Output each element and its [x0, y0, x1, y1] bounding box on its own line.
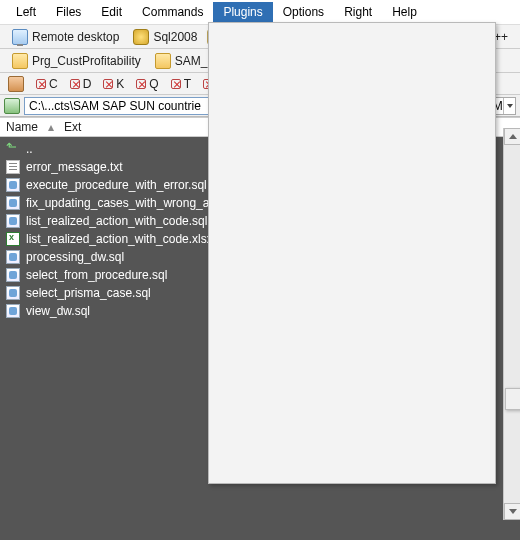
- folder-icon: [155, 53, 171, 69]
- drive-t-button[interactable]: T: [171, 77, 191, 91]
- file-name: view_dw.sql: [26, 304, 90, 318]
- txt-file-icon: [6, 160, 20, 174]
- menu-plugins[interactable]: Plugins: [213, 2, 272, 22]
- sql-file-icon: [6, 196, 20, 210]
- drive-d-button[interactable]: D: [70, 77, 92, 91]
- file-name: execute_procedure_with_error.sql: [26, 178, 207, 192]
- sql2008-label: Sql2008: [153, 30, 197, 44]
- col-name[interactable]: Name: [6, 120, 38, 134]
- sql-file-icon: [6, 178, 20, 192]
- folder-icon: [12, 53, 28, 69]
- tab1-label: Prg_CustProfitability: [32, 54, 141, 68]
- status-bar: [0, 520, 520, 540]
- file-name: list_realized_action_with_code.xlsx: [26, 232, 213, 246]
- sql-file-icon: [6, 268, 20, 282]
- file-name: processing_dw.sql: [26, 250, 124, 264]
- sql-file-icon: [6, 214, 20, 228]
- drive-k-button[interactable]: K: [103, 77, 124, 91]
- file-name: fix_updating_cases_with_wrong_ac: [26, 196, 215, 210]
- file-name: select_prisma_case.sql: [26, 286, 151, 300]
- file-name: select_from_procedure.sql: [26, 268, 167, 282]
- database-icon: [133, 29, 149, 45]
- sql-file-icon: [6, 250, 20, 264]
- menu-commands[interactable]: Commands: [132, 2, 213, 22]
- context-menu[interactable]: Cre: [505, 388, 520, 410]
- drive-disconnect-icon: [70, 79, 80, 89]
- drive-disconnect-icon: [136, 79, 146, 89]
- menu-options[interactable]: Options: [273, 2, 334, 22]
- tab-prg-custprofitability[interactable]: Prg_CustProfitability: [8, 52, 145, 70]
- monitor-icon: [12, 29, 28, 45]
- drive-icon: [4, 98, 20, 114]
- menu-files[interactable]: Files: [46, 2, 91, 22]
- plugins-dropdown-panel[interactable]: [208, 22, 496, 484]
- path-text: C:\...cts\SAM SAP SUN countrie: [29, 99, 201, 113]
- menu-edit[interactable]: Edit: [91, 2, 132, 22]
- sql-file-icon: [6, 286, 20, 300]
- remote-desktop-label: Remote desktop: [32, 30, 119, 44]
- col-ext[interactable]: Ext: [64, 120, 81, 134]
- sql-file-icon: [6, 304, 20, 318]
- drive-letter: C: [49, 77, 58, 91]
- drive-letter: K: [116, 77, 124, 91]
- drive-letter: T: [184, 77, 191, 91]
- xlsx-file-icon: [6, 232, 20, 246]
- file-name: error_message.txt: [26, 160, 123, 174]
- drive-disconnect-icon: [103, 79, 113, 89]
- up-arrow-icon: [6, 142, 20, 156]
- drive-letter: D: [83, 77, 92, 91]
- file-name: list_realized_action_with_code.sql: [26, 214, 207, 228]
- scroll-down-button[interactable]: [504, 503, 520, 520]
- remote-desktop-button[interactable]: Remote desktop: [8, 28, 123, 46]
- drive-c-button[interactable]: C: [36, 77, 58, 91]
- drive-disconnect-icon: [36, 79, 46, 89]
- menu-help[interactable]: Help: [382, 2, 427, 22]
- vertical-scrollbar[interactable]: [503, 128, 520, 520]
- menu-right[interactable]: Right: [334, 2, 382, 22]
- file-name: ..: [26, 142, 33, 156]
- drive-disconnect-icon: [171, 79, 181, 89]
- menu-left[interactable]: Left: [6, 2, 46, 22]
- package-icon[interactable]: [8, 76, 24, 92]
- drive-q-button[interactable]: Q: [136, 77, 158, 91]
- drive-letter: Q: [149, 77, 158, 91]
- sort-asc-icon: ▴: [48, 120, 54, 134]
- sql2008-button[interactable]: Sql2008: [129, 28, 201, 46]
- chevron-down-icon[interactable]: [503, 98, 515, 114]
- scroll-up-button[interactable]: [504, 128, 520, 145]
